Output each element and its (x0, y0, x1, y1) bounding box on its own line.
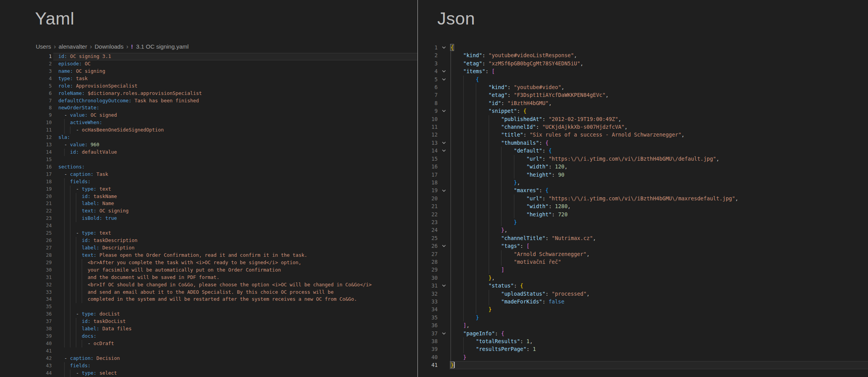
code-line-content[interactable]: "thumbnails": { (449, 139, 868, 147)
code-line-content[interactable]: ] (449, 266, 868, 274)
code-line-content[interactable]: } (449, 353, 868, 361)
code-line-content[interactable]: - type: docList (53, 310, 417, 318)
code-line-content[interactable]: label: Data files (53, 325, 417, 333)
yaml-editor[interactable]: 1id: OC signing 3.12episode: OC3name: OC… (0, 53, 417, 377)
code-line-content[interactable]: } (449, 361, 868, 369)
code-line-content[interactable]: "status": { (449, 282, 868, 289)
fold-chevron-icon[interactable] (438, 147, 449, 154)
code-line-content[interactable]: } (449, 218, 868, 226)
code-line-content[interactable]: "id": "iBzthH4bGMU", (449, 99, 868, 107)
code-line-content[interactable]: "motivační řeč" (449, 258, 868, 266)
code-line-content[interactable]: id: taskDescription (53, 237, 417, 244)
fold-chevron-icon[interactable] (438, 186, 449, 194)
code-line-content[interactable]: "uploadStatus": "processed", (449, 290, 868, 298)
code-line-content[interactable]: "resultsPerPage": 1 (449, 345, 868, 353)
code-line-content[interactable]: isBold: true (53, 215, 417, 222)
fold-chevron-icon[interactable] (438, 139, 449, 147)
fold-chevron-icon[interactable] (438, 44, 449, 51)
code-line-content[interactable] (53, 303, 417, 310)
code-line-content[interactable]: }, (449, 179, 868, 186)
code-line-content[interactable]: "etag": "F3Dspt1tiAYcfDaWKKPEN84gEVc", (449, 91, 868, 99)
code-line-content[interactable]: - type: text (53, 186, 417, 193)
code-line-content[interactable]: "madeForKids": false (449, 298, 868, 305)
code-line-content[interactable]: fields: (53, 362, 417, 370)
fold-chevron-icon[interactable] (438, 282, 449, 289)
json-editor[interactable]: 1{2 "kind": "youtube#videoListResponse",… (418, 44, 868, 369)
code-line-content[interactable]: completed in the system and will be rest… (53, 296, 417, 303)
code-line-content[interactable]: "kind": "youtube#video", (449, 83, 868, 91)
code-line-content[interactable]: sla: (53, 134, 417, 141)
code-line-content[interactable]: "pageInfo": { (449, 330, 868, 337)
fold-chevron-icon[interactable] (438, 67, 449, 75)
code-line-content[interactable]: - caption: Decision (53, 355, 417, 362)
code-line-content[interactable]: - ocDraft (53, 340, 417, 347)
code-line-content[interactable]: } (449, 314, 868, 321)
code-line-content[interactable]: activeWhen: (53, 119, 417, 126)
breadcrumb-item-downloads[interactable]: Downloads (95, 43, 123, 50)
code-line-content[interactable]: label: Description (53, 244, 417, 252)
code-line-content[interactable]: role: ApprovisionSpecialist (53, 82, 417, 90)
breadcrumb-item-users[interactable]: Users (36, 43, 51, 50)
code-line-content[interactable]: id: OC signing 3.1 (53, 53, 417, 60)
breadcrumb-item-user-folder[interactable]: alenavalter (59, 43, 87, 50)
code-line-content[interactable]: "channelId": "UCKjdAjkkXb-s007HjdzfcVA", (449, 123, 868, 131)
fold-chevron-icon[interactable] (438, 107, 449, 115)
code-line-content[interactable]: } (449, 305, 868, 313)
fold-chevron-icon[interactable] (438, 75, 449, 83)
code-line-content[interactable]: defaultChronologyOutcome: Task has been … (53, 97, 417, 105)
code-line-content[interactable] (53, 156, 417, 163)
code-line-content[interactable]: text: OC signing (53, 207, 417, 215)
code-line-content[interactable]: label: Name (53, 200, 417, 207)
code-line-content[interactable]: <br>If OC should be changed in Co&Go, pl… (53, 281, 417, 289)
code-line-content[interactable]: newOrderState: (53, 104, 417, 112)
code-line-content[interactable]: "height": 90 (449, 171, 868, 179)
code-line-content[interactable]: }, (449, 274, 868, 282)
code-line-content[interactable]: "height": 720 (449, 210, 868, 218)
code-line-content[interactable]: type: task (53, 75, 417, 82)
code-line-content[interactable]: "snippet": { (449, 107, 868, 115)
code-line-content[interactable]: "totalResults": 1, (449, 337, 868, 345)
code-line-content[interactable]: ], (449, 321, 868, 329)
code-line-content[interactable]: <br>After you complete the task with <i>… (53, 259, 417, 267)
code-line-content[interactable]: name: OC signing (53, 68, 417, 75)
code-line-content[interactable]: "url": "https:\/\/i.ytimg.com\/vi\/iBzth… (449, 195, 868, 202)
code-line-content[interactable]: - value: OC signed (53, 112, 417, 119)
code-line-content[interactable]: - type: text (53, 230, 417, 237)
code-line-content[interactable]: id: taskName (53, 193, 417, 200)
code-line-content[interactable]: - caption: Task (53, 171, 417, 178)
code-line-content[interactable]: "kind": "youtube#videoListResponse", (449, 51, 868, 59)
fold-chevron-icon[interactable] (438, 330, 449, 337)
code-line-content[interactable]: "url": "https:\/\/i.ytimg.com\/vi\/iBzth… (449, 155, 868, 163)
code-line-content[interactable] (53, 347, 417, 355)
code-line-content[interactable]: your facsimile will be automatically put… (53, 267, 417, 274)
code-line-content[interactable]: "etag": "xzMSf6pGB0bgCgMt78SY4EDN5iU", (449, 60, 868, 67)
code-line-content[interactable]: id: defaultValue (53, 149, 417, 156)
code-line-content[interactable]: "maxres": { (449, 186, 868, 194)
code-line-content[interactable]: }, (449, 226, 868, 234)
code-line-content[interactable]: id: taskDocList (53, 318, 417, 325)
code-line-content[interactable]: { (449, 75, 868, 83)
code-line-content[interactable]: roleName: $dictionary.roles.approvisionS… (53, 90, 417, 97)
code-line-content[interactable]: "items": [ (449, 67, 868, 75)
code-line-content[interactable]: { (449, 44, 868, 51)
code-line-content[interactable]: and send an email about it to the ADEO S… (53, 289, 417, 296)
code-line-content[interactable]: - type: select (53, 370, 417, 377)
code-line-content[interactable]: - value: 960 (53, 141, 417, 149)
code-line-content[interactable]: - ocHasBeenOneSideSignedOption (53, 126, 417, 134)
code-line-content[interactable]: "Arnold Schwarzenegger", (449, 250, 868, 258)
code-line-content[interactable]: text: Please open the Order Confirmation… (53, 252, 417, 259)
code-line-content[interactable]: "width": 1280, (449, 202, 868, 210)
breadcrumb-item-file[interactable]: 3.1 OC signing.yaml (136, 43, 189, 50)
code-line-content[interactable]: and the document will be saved in PDF fo… (53, 274, 417, 281)
code-line-content[interactable]: "width": 120, (449, 163, 868, 170)
code-line-content[interactable]: "tags": [ (449, 242, 868, 250)
code-line-content[interactable]: "publishedAt": "2012-02-19T19:00:49Z", (449, 115, 868, 123)
code-line-content[interactable]: docs: (53, 333, 417, 340)
code-line-content[interactable]: sections: (53, 163, 417, 171)
code-line-content[interactable] (53, 222, 417, 230)
code-line-content[interactable]: "title": "Six rules of a success - Arnol… (449, 131, 868, 139)
fold-chevron-icon[interactable] (438, 242, 449, 250)
code-line-content[interactable]: episode: OC (53, 60, 417, 68)
code-line-content[interactable]: "default": { (449, 147, 868, 154)
code-line-content[interactable]: fields: (53, 178, 417, 186)
